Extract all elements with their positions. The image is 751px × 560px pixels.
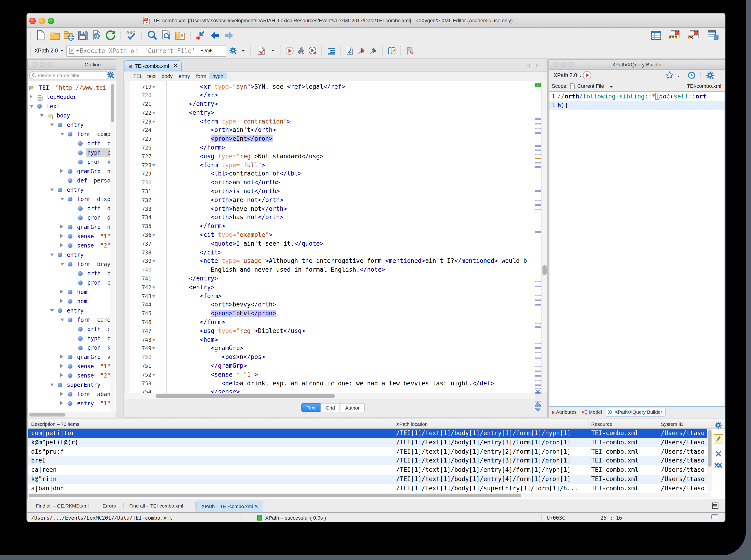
outline-tree-item-entry[interactable]: entry <box>28 306 116 315</box>
outline-tree-item-sense[interactable]: sense"2" <box>28 241 116 250</box>
save-url-icon[interactable] <box>91 30 102 41</box>
outline-tree-item-hyph[interactable]: hyphc <box>28 334 116 343</box>
execute-xpath-button[interactable] <box>582 71 592 80</box>
collapse-icon[interactable] <box>50 123 54 128</box>
fold-marker-icon[interactable] <box>152 295 155 299</box>
collapse-icon[interactable] <box>30 105 34 109</box>
debug-xq-icon[interactable]: XQ <box>688 30 700 41</box>
jump-to-source-icon[interactable]: ✱ <box>196 30 207 41</box>
outline-tree-item-orth[interactable]: orthc <box>28 325 116 334</box>
bottom-tab-find-all-ge-rkmd-xml[interactable]: Find all – GE.RKMD.xml <box>31 501 93 512</box>
outline-tree-item-form[interactable]: formdisp <box>28 195 116 204</box>
builder-version-label[interactable]: XPath 2.0 <box>554 73 577 78</box>
occurrence-marker[interactable] <box>535 149 540 151</box>
outline-tree-item-hom[interactable]: hom <box>28 297 116 306</box>
editor-horizontal-scrollbar[interactable] <box>124 393 535 399</box>
message-bubble-icon[interactable] <box>711 514 718 521</box>
fold-marker-icon[interactable] <box>152 86 155 89</box>
refresh-icon[interactable] <box>105 30 116 41</box>
expand-icon[interactable] <box>60 401 65 405</box>
collapse-icon[interactable] <box>50 383 54 388</box>
outline-tree-item-body[interactable]: body <box>28 111 116 120</box>
code-line-723[interactable]: 723 <form type="contraction"> <box>124 117 535 126</box>
code-line-735[interactable]: 735 </form> <box>124 222 535 231</box>
code-line-742[interactable]: 742 <entry> <box>124 283 535 292</box>
code-line-728[interactable]: 728 <form type="full"> <box>124 161 535 170</box>
panel-tab-xpath-xquery-builder[interactable]: XPath/XQuery Builder <box>606 408 665 417</box>
outline-tree-item-orth[interactable]: orthc <box>28 139 116 148</box>
result-row[interactable]: dIs"pru:f/TEI[1]/text[1]/body[1]/entry[2… <box>28 447 711 456</box>
outline-horizontal-scrollbar[interactable] <box>28 412 115 417</box>
forward-icon[interactable] <box>223 30 235 41</box>
chevron-down-icon[interactable] <box>579 76 582 78</box>
occurrence-marker[interactable] <box>535 127 540 129</box>
apply-transformation-icon[interactable] <box>345 46 354 55</box>
occurrence-marker[interactable] <box>535 190 540 192</box>
save-icon[interactable] <box>77 30 88 41</box>
outline-tree-item-pron[interactable]: pronk <box>28 157 116 167</box>
fold-marker-icon[interactable] <box>152 339 155 342</box>
editor-vertical-scrollbar[interactable] <box>541 81 547 393</box>
outline-tree-item-superEntry[interactable]: superEntry <box>28 380 116 389</box>
occurrence-marker[interactable] <box>535 209 540 210</box>
caret-marker[interactable] <box>535 158 540 159</box>
code-area[interactable]: 719 <xr type="syn">SYN. see <ref>legal</… <box>124 81 547 393</box>
outline-tree-item-orth[interactable]: orthb <box>28 269 116 278</box>
expand-icon[interactable] <box>60 225 65 228</box>
outline-tree-item-TEI[interactable]: TEITEI"http://www.tei- <box>28 83 116 93</box>
settings-gear-icon[interactable] <box>229 46 238 55</box>
outline-tree-item-hyph[interactable]: hyphc <box>28 148 116 157</box>
remove-all-results-icon[interactable] <box>714 462 723 469</box>
chevron-down-icon[interactable] <box>677 76 680 78</box>
expand-icon[interactable] <box>60 364 65 368</box>
views-list-icon[interactable] <box>712 502 718 509</box>
code-line-737[interactable]: 737 <quote>I ain't seen it.</quote> <box>124 240 535 248</box>
outline-tree-item-gramGrp[interactable]: gramGrpn <box>28 167 116 176</box>
fold-marker-icon[interactable] <box>152 120 155 124</box>
new-document-icon[interactable] <box>35 30 46 41</box>
code-line-739[interactable]: 739 <note type="usage">Although the inte… <box>124 257 535 266</box>
collapse-icon[interactable] <box>60 133 64 137</box>
outline-tree-item-gramGrp[interactable]: gramGrpv <box>28 353 116 362</box>
occurrence-marker[interactable] <box>535 375 540 376</box>
occurrence-marker[interactable] <box>535 299 540 301</box>
column-description[interactable]: Description – 70 items <box>31 421 79 427</box>
code-line-738[interactable]: 738 </cit> <box>124 248 535 257</box>
code-line-726[interactable]: 726 </form> <box>124 143 535 152</box>
previous-marker-icon[interactable] <box>535 401 540 407</box>
history-clock-icon[interactable] <box>687 71 696 80</box>
results-vertical-scrollbar[interactable] <box>707 428 712 492</box>
result-row[interactable]: a|ban|don/TEI[1]/text[1]/body[1]/superEn… <box>28 484 711 493</box>
spell-check-icon[interactable]: ABC <box>126 30 137 41</box>
expand-icon[interactable] <box>30 95 34 98</box>
fold-marker-icon[interactable] <box>152 112 155 116</box>
occurrence-marker[interactable] <box>535 380 540 381</box>
bottom-tab-xpath-tei-combo-xml[interactable]: XPath – TEI-combo.xml ✕ <box>196 501 263 512</box>
code-line-731[interactable]: 731 <orth>is not</orth> <box>124 187 535 196</box>
titlebar[interactable]: XML‹●› TEI-combo.xml [/Users/ttasovac/De… <box>27 14 725 28</box>
element-filter-input[interactable]: Element name filter <box>29 71 109 79</box>
code-line-743[interactable]: 743 <form> <box>124 292 535 301</box>
occurrence-marker[interactable] <box>535 347 540 348</box>
close-tab-icon[interactable]: ✕ <box>253 503 258 509</box>
breadcrumb-item-body[interactable]: body <box>162 73 173 79</box>
annotations-book-icon[interactable] <box>387 46 396 55</box>
occurrence-marker[interactable] <box>535 231 540 233</box>
code-line-719[interactable]: 719 <xr type="syn">SYN. see <ref>legal</… <box>124 82 535 91</box>
result-row[interactable]: com|peti|tor/TEI[1]/text[1]/body[1]/entr… <box>28 428 711 438</box>
code-line-722[interactable]: 722 <entry> <box>124 109 535 118</box>
collapse-icon[interactable] <box>60 263 64 267</box>
panel-tab-model[interactable]: Model <box>580 408 605 416</box>
zoom-window-button[interactable] <box>48 18 54 24</box>
open-url-icon[interactable] <box>63 30 74 41</box>
editor-grid-icon[interactable] <box>650 30 662 41</box>
run-red-icon[interactable] <box>285 46 294 55</box>
code-line-751[interactable]: 751 </gramGrp> <box>124 362 535 371</box>
code-line-720[interactable]: 720 </xr> <box>124 91 535 100</box>
result-row[interactable]: k@m"petit@(r)/TEI[1]/text[1]/body[1]/ent… <box>28 438 711 447</box>
occurrence-marker[interactable] <box>535 326 540 327</box>
occurrence-marker[interactable] <box>535 166 540 167</box>
outline-tree-item-form[interactable]: formcomp <box>28 129 116 139</box>
code-line-741[interactable]: 741 </entry> <box>124 275 535 283</box>
occurrence-marker[interactable] <box>535 295 540 296</box>
